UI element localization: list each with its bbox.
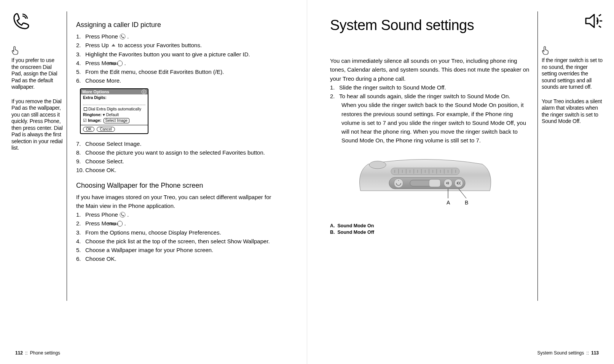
svg-rect-24 bbox=[429, 179, 440, 187]
phone-small-icon-2 bbox=[120, 212, 126, 218]
main-content-right: System Sound settings You can immediatel… bbox=[330, 17, 532, 236]
menu-button-icon: menu bbox=[117, 61, 123, 66]
svg-point-2 bbox=[369, 161, 386, 169]
footer-right: System Sound settings::113 bbox=[537, 350, 599, 356]
page-113: System Sound settings You can immediatel… bbox=[307, 0, 614, 364]
tip-text-r2: Your Treo includes a silent alarm that v… bbox=[542, 98, 603, 125]
section-title-caller-id: Assigning a caller ID picture bbox=[76, 21, 278, 29]
main-content-left: Assigning a caller ID picture 1.Press Ph… bbox=[76, 21, 278, 263]
device-illustration: A B bbox=[353, 156, 498, 215]
dialog-title-bar: More Optionsi bbox=[81, 89, 148, 94]
image-row: ☑ Image: Select Image bbox=[83, 118, 145, 123]
tip-text-1: If you prefer to use the onscreen Dial P… bbox=[11, 57, 63, 91]
extra-digits-label: Extra Digits: bbox=[83, 95, 145, 100]
sound-steps: 1.Slide the ringer switch to Sound Mode … bbox=[330, 83, 532, 101]
caller-id-steps-a: 1.Press Phone . 2.Press Up to access you… bbox=[76, 32, 278, 85]
dial-auto-checkbox: Dial Extra Digits automatically bbox=[83, 107, 145, 111]
vertical-divider bbox=[67, 11, 67, 301]
svg-line-31 bbox=[599, 14, 601, 16]
extra-digits-field bbox=[83, 101, 145, 105]
sidebar-left: If you prefer to use the onscreen Dial P… bbox=[11, 11, 63, 159]
tip-text-2: If you remove the Dial Pad as the wallpa… bbox=[11, 98, 63, 152]
svg-point-22 bbox=[394, 179, 403, 188]
chapter-title: System Sound settings bbox=[330, 17, 532, 34]
wallpaper-steps: 1.Press Phone . 2.Press Menu menu . 3.Fr… bbox=[76, 210, 278, 263]
sidebar-right: If the ringer switch is set to no sound,… bbox=[542, 11, 603, 133]
footer-left: 112::Phone settings bbox=[15, 350, 60, 356]
menu-button-icon-2: menu bbox=[117, 221, 123, 227]
svg-point-0 bbox=[120, 34, 125, 39]
more-options-dialog: More Optionsi Extra Digits: Dial Extra D… bbox=[80, 88, 148, 134]
tip-text-r1: If the ringer switch is set to no sound,… bbox=[542, 57, 603, 91]
cancel-button: Cancel bbox=[97, 127, 115, 132]
select-image-button: Select Image bbox=[104, 118, 129, 123]
legend: A. Sound Mode On B. Sound Mode Off bbox=[330, 223, 532, 236]
wallpaper-intro: If you have images stored on your Treo, … bbox=[76, 193, 278, 211]
ok-button: OK bbox=[83, 127, 94, 132]
up-arrow-icon bbox=[110, 42, 116, 48]
sound-intro: You can immediately silence all sounds o… bbox=[330, 56, 532, 83]
svg-line-33 bbox=[599, 26, 601, 27]
hand-pointing-icon bbox=[11, 46, 18, 55]
svg-point-1 bbox=[120, 212, 125, 217]
sound-followup: When you slide the ringer switch back to… bbox=[330, 101, 532, 145]
svg-text:B: B bbox=[465, 200, 468, 206]
phone-icon bbox=[11, 11, 30, 30]
phone-small-icon bbox=[120, 34, 126, 40]
info-icon: i bbox=[142, 89, 146, 94]
svg-point-26 bbox=[455, 179, 463, 187]
treo-top-svg: A B bbox=[353, 156, 498, 214]
svg-text:A: A bbox=[447, 200, 450, 206]
speaker-icon bbox=[584, 11, 603, 30]
ringtone-row: Ringtone: ▾ Default bbox=[83, 112, 145, 117]
hand-pointing-icon-2 bbox=[542, 46, 549, 55]
caller-id-steps-b: 7.Choose Select Image. 8.Choose the pict… bbox=[76, 139, 278, 175]
page-112: If you prefer to use the onscreen Dial P… bbox=[0, 0, 307, 364]
vertical-divider-right bbox=[537, 11, 538, 301]
section-title-wallpaper: Choosing Wallpaper for the Phone screen bbox=[76, 182, 278, 190]
